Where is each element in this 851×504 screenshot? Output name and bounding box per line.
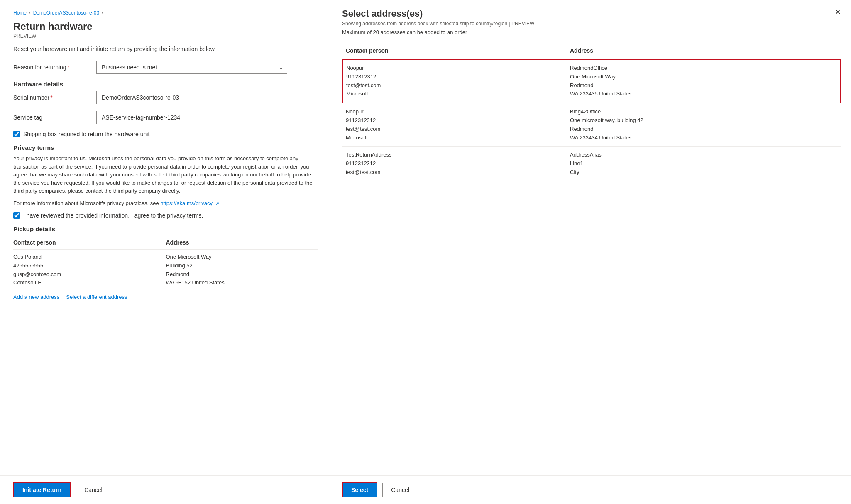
pickup-section: Pickup details Contact person Address Gu…: [13, 225, 318, 300]
reason-required: *: [67, 64, 69, 71]
pickup-title: Pickup details: [13, 225, 318, 232]
pickup-contact-cell: Gus Poland 4255555555 gusp@contoso.com C…: [13, 250, 166, 289]
serial-row: Serial number*: [13, 91, 318, 104]
right-cancel-button[interactable]: Cancel: [382, 483, 418, 497]
address-row[interactable]: Noopur9112312312test@test.comMicrosoft B…: [342, 103, 841, 147]
right-panel: Select address(es) Showing addresses fro…: [332, 0, 851, 504]
page-title: Return hardware: [13, 21, 318, 32]
pickup-contact-company: Contoso LE: [13, 279, 42, 286]
pickup-contact-phone: 4255555555: [13, 262, 43, 269]
page-preview-label: PREVIEW: [13, 33, 318, 39]
right-header: Select address(es) Showing addresses fro…: [332, 0, 851, 42]
pickup-contact-col: Contact person: [13, 237, 166, 250]
select-button[interactable]: Select: [342, 482, 377, 497]
addr-address-cell-0: RedmondOfficeOne Microsoft WayRedmondWA …: [567, 59, 841, 103]
right-title: Select address(es): [342, 8, 841, 19]
add-new-address-link[interactable]: Add a new address: [13, 294, 59, 300]
address-address-col: Address: [567, 42, 841, 59]
reason-label: Reason for returning*: [13, 64, 96, 71]
serial-label: Serial number*: [13, 94, 96, 101]
service-tag-row: Service tag: [13, 111, 318, 124]
reason-select[interactable]: Business need is met: [96, 61, 287, 74]
pickup-addr2: Building 52: [166, 262, 193, 269]
serial-field[interactable]: [96, 91, 287, 104]
addr-address-cell-1: Bldg42OfficeOne microsoft way, building …: [567, 103, 841, 147]
addr-contact-cell-0: Noopur9112312312test@test.comMicrosoft: [342, 59, 567, 103]
addr-contact-cell-2: TestReturnAddress9112312312test@test.com: [342, 147, 567, 181]
address-table: Contact person Address Noopur9112312312t…: [342, 42, 841, 181]
addr-contact-cell-1: Noopur9112312312test@test.comMicrosoft: [342, 103, 567, 147]
addr-address-cell-2: AddressAliasLine1City: [567, 147, 841, 181]
close-button[interactable]: ✕: [835, 8, 841, 16]
privacy-agree-checkbox[interactable]: [13, 212, 20, 219]
page-description: Reset your hardware unit and initiate re…: [13, 46, 318, 52]
breadcrumb-sep-1: ›: [29, 10, 31, 15]
privacy-section: Privacy terms Your privacy is important …: [13, 144, 318, 219]
left-cancel-button[interactable]: Cancel: [76, 483, 111, 497]
pickup-address-cell: One Microsoft Way Building 52 Redmond WA…: [166, 250, 319, 289]
privacy-agree-row: I have reviewed the provided information…: [13, 212, 318, 219]
shipping-checkbox-row: Shipping box required to return the hard…: [13, 131, 318, 137]
right-footer: Select Cancel: [332, 475, 851, 504]
pickup-addr1: One Microsoft Way: [166, 254, 212, 260]
right-note: Maximum of 20 addresses can be added to …: [342, 29, 841, 35]
pickup-address-col: Address: [166, 237, 319, 250]
service-tag-label: Service tag: [13, 114, 96, 121]
left-footer: Initiate Return Cancel: [0, 475, 332, 504]
privacy-title: Privacy terms: [13, 144, 318, 151]
initiate-return-button[interactable]: Initiate Return: [13, 482, 71, 497]
pickup-row: Gus Poland 4255555555 gusp@contoso.com C…: [13, 250, 318, 289]
select-different-address-link[interactable]: Select a different address: [66, 294, 127, 300]
pickup-table: Contact person Address Gus Poland 425555…: [13, 237, 318, 289]
pickup-addr4: WA 98152 United States: [166, 279, 225, 286]
left-panel: Home › DemoOrderAS3contoso-re-03 › Retur…: [0, 0, 332, 504]
privacy-text2: For more information about Microsoft's p…: [13, 199, 318, 208]
breadcrumb-home[interactable]: Home: [13, 10, 27, 16]
breadcrumb-order[interactable]: DemoOrderAS3contoso-re-03: [33, 10, 99, 16]
address-row[interactable]: Noopur9112312312test@test.comMicrosoft R…: [342, 59, 841, 103]
shipping-checkbox-label: Shipping box required to return the hard…: [23, 131, 149, 137]
pickup-contact-email: gusp@contoso.com: [13, 271, 61, 277]
privacy-link[interactable]: https://aka.ms/privacy: [160, 200, 213, 206]
right-content: Contact person Address Noopur9112312312t…: [332, 42, 851, 475]
reason-field[interactable]: Business need is met ⌄: [96, 61, 287, 74]
breadcrumb: Home › DemoOrderAS3contoso-re-03 ›: [13, 10, 318, 16]
privacy-agree-label: I have reviewed the provided information…: [23, 212, 203, 219]
address-contact-col: Contact person: [342, 42, 567, 59]
right-subtitle: Showing addresses from address book with…: [342, 21, 841, 27]
service-tag-field[interactable]: [96, 111, 287, 124]
service-tag-input[interactable]: [96, 111, 287, 124]
shipping-checkbox[interactable]: [13, 131, 20, 137]
hardware-section-header: Hardware details: [13, 81, 318, 88]
address-row[interactable]: TestReturnAddress9112312312test@test.com…: [342, 147, 841, 181]
left-content: Home › DemoOrderAS3contoso-re-03 › Retur…: [0, 0, 332, 475]
serial-input[interactable]: [96, 91, 287, 104]
reason-row: Reason for returning* Business need is m…: [13, 61, 318, 74]
serial-required: *: [50, 94, 52, 101]
pickup-contact-name: Gus Poland: [13, 254, 42, 260]
external-link-icon: ↗: [215, 200, 219, 207]
privacy-text1: Your privacy is important to us. Microso…: [13, 154, 318, 195]
breadcrumb-sep-2: ›: [102, 10, 103, 15]
action-links: Add a new address Select a different add…: [13, 294, 318, 300]
pickup-addr3: Redmond: [166, 271, 189, 277]
